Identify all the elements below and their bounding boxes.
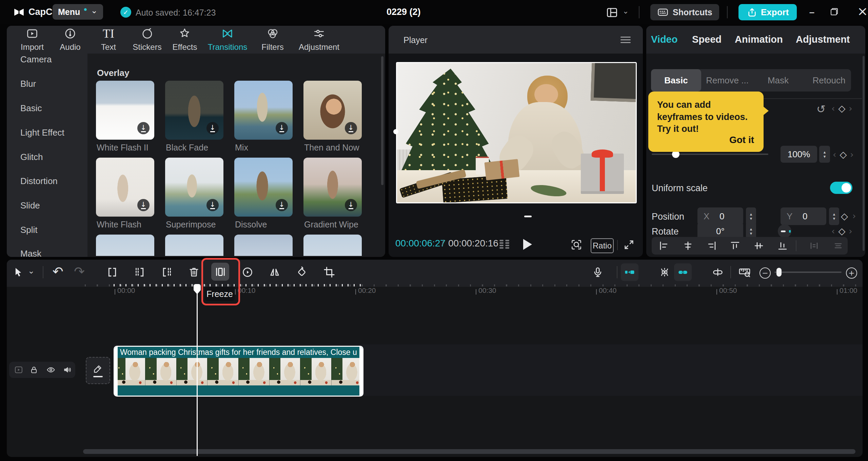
tab-adjustment[interactable]: Adjustment — [299, 27, 339, 52]
tab-animation[interactable]: Animation — [735, 34, 783, 45]
sidebar-item-camera[interactable]: Camera — [20, 54, 52, 65]
playhead-line[interactable] — [197, 286, 198, 456]
scale-keyframe-control[interactable]: ‹ ◇ › — [831, 104, 852, 113]
timeline-scale-icon[interactable] — [738, 266, 751, 279]
grid-scrollbar[interactable] — [381, 56, 383, 185]
rotate-icon[interactable] — [296, 266, 308, 278]
align-center-h-button[interactable] — [683, 241, 693, 251]
select-tool-chevron-icon[interactable]: ⌄ — [28, 267, 35, 275]
split-icon[interactable] — [106, 266, 118, 278]
fullscreen-icon[interactable] — [623, 239, 635, 251]
sidebar-item-mask[interactable]: Mask — [20, 248, 41, 259]
download-icon[interactable]: ↓ — [345, 199, 357, 211]
transition-card[interactable] — [234, 235, 293, 256]
tab-filters[interactable]: Filters — [261, 27, 283, 52]
zoom-out-button[interactable]: − — [760, 267, 771, 279]
scale-value-box[interactable]: 100% — [781, 146, 817, 163]
preview-quality-icon[interactable] — [570, 238, 583, 251]
tab-text[interactable]: TI Text — [101, 27, 116, 52]
download-icon[interactable]: ↓ — [276, 122, 288, 134]
clip-trim-handle-left[interactable] — [114, 346, 118, 396]
rotate-knob[interactable] — [778, 224, 791, 238]
player-menu-icon[interactable] — [620, 35, 631, 45]
transition-card[interactable]: ↓ — [96, 158, 154, 217]
position-keyframe-next[interactable]: › — [852, 212, 856, 220]
transition-card[interactable] — [165, 235, 223, 256]
menu-button[interactable]: Menu • ⌄ — [53, 4, 103, 20]
mirror-icon[interactable] — [269, 266, 281, 278]
subtab-basic[interactable]: Basic — [651, 69, 701, 92]
align-middle-button[interactable] — [754, 241, 764, 251]
position-y-field[interactable]: Y 0 — [781, 207, 826, 225]
video-edge-handle[interactable] — [393, 129, 398, 134]
distribute-h-button[interactable] — [809, 241, 819, 251]
cover-edit-button[interactable] — [86, 357, 110, 384]
subtab-retouch[interactable]: Retouch — [807, 69, 851, 92]
timeline-clip[interactable]: Woman packing Christmas gifts for her fr… — [114, 346, 363, 397]
track-preview-icon[interactable] — [14, 365, 23, 375]
tab-audio[interactable]: Audio — [60, 27, 80, 52]
keyframe-next-icon[interactable]: › — [849, 104, 852, 113]
player-collapse-handle[interactable] — [524, 216, 532, 217]
rotate-keyframe-control[interactable]: ‹◇› — [831, 226, 852, 236]
auto-preview-split-icon[interactable] — [658, 266, 671, 278]
speed-icon[interactable] — [241, 266, 254, 278]
transition-card[interactable]: ↓ — [96, 81, 154, 140]
redo-icon[interactable]: ↷ — [74, 265, 85, 278]
keyframe-diamond-icon[interactable]: ◇ — [838, 104, 845, 113]
clip-trim-handle-right[interactable] — [359, 346, 363, 396]
sidebar-item-light-effect[interactable]: Light Effect — [20, 127, 64, 138]
download-icon[interactable]: ↓ — [276, 199, 288, 211]
align-left-button[interactable] — [659, 241, 669, 251]
align-bottom-button[interactable] — [777, 241, 788, 251]
uniform-scale-toggle[interactable] — [830, 182, 852, 194]
crop-icon[interactable] — [323, 266, 335, 278]
delete-left-icon[interactable] — [134, 266, 146, 278]
sidebar-item-split[interactable]: Split — [20, 225, 38, 235]
got-it-button[interactable]: Got it — [729, 134, 754, 146]
transition-card[interactable]: ↓ — [165, 81, 223, 140]
timeline-zoom-slider[interactable] — [774, 272, 842, 273]
reset-icon[interactable]: ↺ — [816, 104, 826, 115]
scale-stepper[interactable]: ▴ ▾ — [819, 146, 830, 163]
lock-icon[interactable] — [29, 365, 39, 375]
voiceover-mic-icon[interactable] — [592, 266, 604, 278]
align-top-button[interactable] — [730, 241, 740, 251]
tab-import[interactable]: Import — [21, 27, 44, 52]
export-button[interactable]: Export — [738, 4, 797, 20]
position-keyframe-diamond[interactable]: ◇ — [841, 212, 848, 221]
undo-icon[interactable]: ↶ — [53, 265, 63, 278]
video-preview[interactable] — [396, 62, 637, 203]
download-icon[interactable]: ↓ — [137, 199, 150, 211]
shortcuts-button[interactable]: Shortcuts — [650, 4, 719, 20]
distribute-v-button[interactable] — [833, 241, 843, 251]
select-tool-icon[interactable] — [12, 266, 24, 278]
timeline-h-scrollbar[interactable] — [83, 449, 855, 454]
transition-card[interactable]: ↓ — [234, 81, 293, 140]
download-icon[interactable]: ↓ — [206, 199, 219, 211]
transition-card[interactable]: ↓ — [303, 81, 362, 140]
scale-slider-track[interactable] — [652, 154, 768, 155]
sidebar-item-distortion[interactable]: Distortion — [20, 176, 58, 186]
transition-card[interactable]: ↓ — [234, 158, 293, 217]
download-icon[interactable]: ↓ — [206, 122, 219, 134]
keyframe-prev-icon[interactable]: ‹ — [831, 104, 835, 113]
subtab-mask[interactable]: Mask — [760, 69, 797, 92]
link-button[interactable] — [674, 263, 692, 281]
tab-adjustment[interactable]: Adjustment — [796, 34, 850, 45]
transition-card[interactable] — [303, 235, 362, 256]
layout-toggle-button[interactable]: ⌄ — [606, 6, 629, 19]
tab-effects[interactable]: Effects — [173, 27, 197, 52]
frame-view-icon[interactable] — [498, 239, 511, 250]
transition-card[interactable]: ↓ — [303, 158, 362, 217]
download-icon[interactable]: ↓ — [345, 122, 357, 134]
sidebar-item-blur[interactable]: Blur — [20, 79, 36, 89]
timeline-zoom-thumb[interactable] — [776, 268, 782, 277]
tab-stickers[interactable]: Stickers — [133, 27, 161, 52]
scale-value-keyframe[interactable]: ‹◇› — [833, 150, 854, 159]
magnetic-snap-button[interactable] — [621, 263, 638, 281]
sidebar-item-basic[interactable]: Basic — [20, 103, 42, 114]
tab-video[interactable]: Video — [651, 34, 677, 45]
ratio-button[interactable]: Ratio — [591, 238, 614, 253]
minimize-button[interactable]: – — [809, 6, 815, 18]
